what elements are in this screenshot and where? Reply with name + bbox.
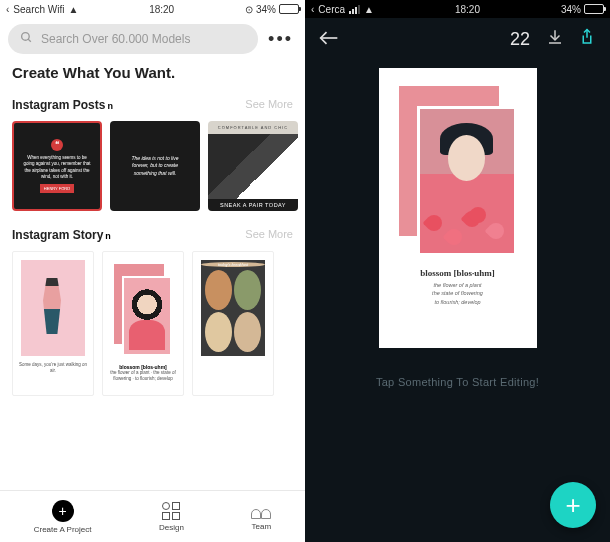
browse-screen: ‹ Search Wifi ▲ 18:20 ⊙ 34% Search Over … xyxy=(0,0,305,542)
nav-design[interactable]: Design xyxy=(159,502,184,532)
search-icon xyxy=(20,31,33,47)
card-text: When everything seems to be going agains… xyxy=(22,155,92,180)
wifi-icon: ▲ xyxy=(364,4,374,15)
status-bar: ‹ Cerca ▲ 18:20 34% xyxy=(305,0,610,18)
nav-create-project[interactable]: + Create A Project xyxy=(34,500,92,534)
template-card[interactable]: ❝ When everything seems to be going agai… xyxy=(12,121,102,211)
nav-label: Create A Project xyxy=(34,525,92,534)
signal-icon xyxy=(349,5,360,14)
bottom-nav: + Create A Project Design Team xyxy=(0,490,305,542)
nav-label: Design xyxy=(159,523,184,532)
card-heading: today's breakfast xyxy=(201,262,265,267)
editor-screen: ‹ Cerca ▲ 18:20 34% 22 xyxy=(305,0,610,542)
see-more-link[interactable]: See More xyxy=(245,228,293,240)
section-badge: n xyxy=(105,231,111,241)
walking-image xyxy=(21,260,85,356)
section-title: Instagram Story xyxy=(12,228,103,242)
canvas-title[interactable]: blossom [blos·uhm] xyxy=(420,268,495,278)
page-title: Create What You Want. xyxy=(0,60,305,95)
search-placeholder: Search Over 60.000 Models xyxy=(41,32,190,46)
section-head-stories: Instagram Storyn See More xyxy=(0,225,305,251)
canvas-area[interactable]: blossom [blos·uhm] the flower of a plant… xyxy=(305,60,610,542)
sneaker-image xyxy=(208,134,298,199)
card-caption: the flower of a plant · the state of flo… xyxy=(107,370,179,382)
template-card[interactable]: blossom [blos·uhm] the flower of a plant… xyxy=(102,251,184,396)
people-icon xyxy=(251,503,271,519)
more-menu-button[interactable]: ••• xyxy=(264,29,297,50)
nav-label: Team xyxy=(251,522,271,531)
back-button[interactable] xyxy=(319,28,339,51)
editor-hint: Tap Something To Start Editing! xyxy=(376,376,539,388)
status-bar: ‹ Search Wifi ▲ 18:20 ⊙ 34% xyxy=(0,0,305,18)
plus-icon: + xyxy=(565,490,580,521)
svg-line-1 xyxy=(28,39,31,42)
share-button[interactable] xyxy=(578,28,596,50)
section-head-posts: Instagram Postsn See More xyxy=(0,95,305,121)
grid-icon xyxy=(162,502,180,520)
posts-row[interactable]: ❝ When everything seems to be going agai… xyxy=(0,121,305,225)
back-chevron-icon[interactable]: ‹ xyxy=(6,4,9,15)
add-fab-button[interactable]: + xyxy=(550,482,596,528)
clock: 18:20 xyxy=(149,4,174,15)
see-more-link[interactable]: See More xyxy=(245,98,293,110)
card-cta: HENRY FORD xyxy=(40,184,74,193)
battery-pct: 34% xyxy=(561,4,581,15)
food-image: today's breakfast xyxy=(201,260,265,356)
template-card[interactable]: The idea is not to live forever, but to … xyxy=(110,121,200,211)
story-canvas[interactable]: blossom [blos·uhm] the flower of a plant… xyxy=(379,68,537,348)
photo-front-layer xyxy=(417,106,517,256)
wifi-icon: ▲ xyxy=(68,4,78,15)
stories-row[interactable]: Some days, you're just walking on air. b… xyxy=(0,251,305,410)
page-counter[interactable]: 22 xyxy=(510,29,530,50)
quote-icon: ❝ xyxy=(51,139,63,151)
clock: 18:20 xyxy=(455,4,480,15)
template-card[interactable]: COMFORTABLE AND CHIC SNEAK A PAIR TODAY xyxy=(208,121,298,211)
back-chevron-icon[interactable]: ‹ xyxy=(311,4,314,15)
editor-header: 22 xyxy=(305,18,610,60)
svg-point-0 xyxy=(22,33,30,41)
card-heading: COMFORTABLE AND CHIC xyxy=(208,121,298,134)
carrier-label: Cerca xyxy=(318,4,345,15)
card-caption: Some days, you're just walking on air. xyxy=(17,362,89,374)
download-button[interactable] xyxy=(546,28,564,50)
search-row: Search Over 60.000 Models ••• xyxy=(0,18,305,60)
card-band: SNEAK A PAIR TODAY xyxy=(208,199,298,211)
template-card[interactable]: Some days, you're just walking on air. xyxy=(12,251,94,396)
stacked-image xyxy=(114,264,172,356)
battery-icon xyxy=(584,4,604,14)
alarm-icon: ⊙ xyxy=(245,4,253,15)
card-text: The idea is not to live forever, but to … xyxy=(128,155,182,178)
section-badge: n xyxy=(107,101,113,111)
carrier-label: Search Wifi xyxy=(13,4,64,15)
section-title: Instagram Posts xyxy=(12,98,105,112)
battery-icon xyxy=(279,4,299,14)
nav-team[interactable]: Team xyxy=(251,503,271,531)
plus-circle-icon: + xyxy=(52,500,74,522)
stacked-photo[interactable] xyxy=(399,86,517,256)
search-input[interactable]: Search Over 60.000 Models xyxy=(8,24,258,54)
canvas-subtitle[interactable]: the flower of a plant the state of flowe… xyxy=(432,281,483,306)
battery-pct: 34% xyxy=(256,4,276,15)
template-card[interactable]: today's breakfast xyxy=(192,251,274,396)
